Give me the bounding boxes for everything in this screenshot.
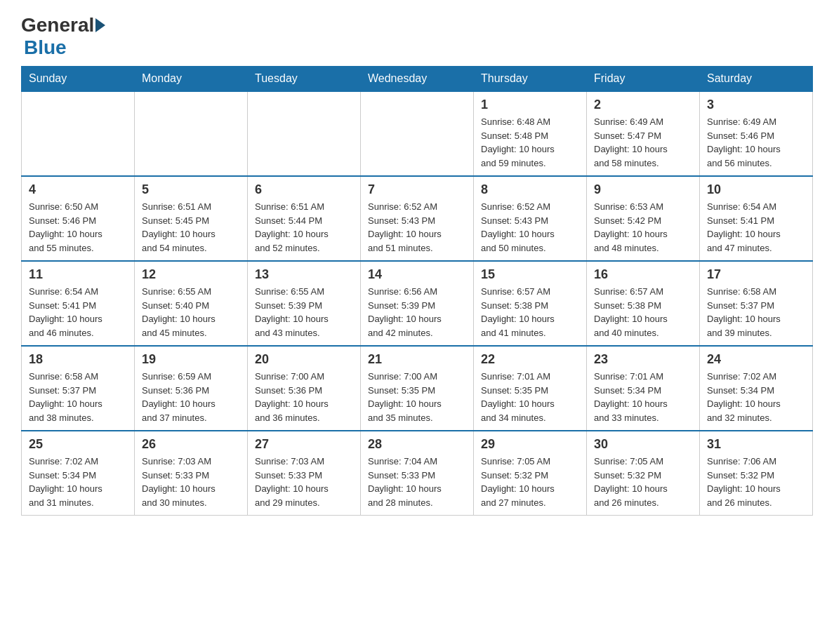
day-number: 9 (594, 182, 692, 197)
calendar-cell: 6Sunrise: 6:51 AMSunset: 5:44 PMDaylight… (248, 176, 361, 261)
day-number: 22 (481, 352, 579, 367)
day-number: 31 (707, 437, 805, 452)
day-number: 23 (594, 352, 692, 367)
calendar-cell: 5Sunrise: 6:51 AMSunset: 5:45 PMDaylight… (135, 176, 248, 261)
day-info: Sunrise: 7:03 AMSunset: 5:33 PMDaylight:… (255, 455, 353, 509)
calendar-table: SundayMondayTuesdayWednesdayThursdayFrid… (21, 66, 813, 516)
day-number: 11 (29, 267, 127, 282)
calendar-week-1: 1Sunrise: 6:48 AMSunset: 5:48 PMDaylight… (22, 91, 813, 176)
day-info: Sunrise: 6:58 AMSunset: 5:37 PMDaylight:… (707, 285, 805, 340)
calendar-cell: 9Sunrise: 6:53 AMSunset: 5:42 PMDaylight… (587, 176, 700, 261)
day-number: 14 (368, 267, 466, 282)
day-number: 15 (481, 267, 579, 282)
day-info: Sunrise: 6:55 AMSunset: 5:40 PMDaylight:… (142, 285, 240, 340)
day-number: 4 (29, 182, 127, 197)
day-info: Sunrise: 6:54 AMSunset: 5:41 PMDaylight:… (29, 285, 127, 340)
calendar-cell: 8Sunrise: 6:52 AMSunset: 5:43 PMDaylight… (474, 176, 587, 261)
calendar-cell: 29Sunrise: 7:05 AMSunset: 5:32 PMDayligh… (474, 431, 587, 516)
calendar-cell: 1Sunrise: 6:48 AMSunset: 5:48 PMDaylight… (474, 91, 587, 176)
calendar-cell: 19Sunrise: 6:59 AMSunset: 5:36 PMDayligh… (135, 346, 248, 431)
calendar-cell: 7Sunrise: 6:52 AMSunset: 5:43 PMDaylight… (361, 176, 474, 261)
day-number: 27 (255, 437, 353, 452)
day-info: Sunrise: 6:50 AMSunset: 5:46 PMDaylight:… (29, 200, 127, 255)
calendar-cell: 23Sunrise: 7:01 AMSunset: 5:34 PMDayligh… (587, 346, 700, 431)
day-number: 29 (481, 437, 579, 452)
logo-blue-text: Blue (24, 36, 67, 58)
calendar-cell: 21Sunrise: 7:00 AMSunset: 5:35 PMDayligh… (361, 346, 474, 431)
day-info: Sunrise: 6:55 AMSunset: 5:39 PMDaylight:… (255, 285, 353, 340)
calendar-cell: 16Sunrise: 6:57 AMSunset: 5:38 PMDayligh… (587, 261, 700, 346)
calendar-week-3: 11Sunrise: 6:54 AMSunset: 5:41 PMDayligh… (22, 261, 813, 346)
day-number: 18 (29, 352, 127, 367)
day-info: Sunrise: 7:03 AMSunset: 5:33 PMDaylight:… (142, 455, 240, 509)
day-info: Sunrise: 7:02 AMSunset: 5:34 PMDaylight:… (707, 370, 805, 424)
calendar-cell (135, 91, 248, 176)
day-number: 24 (707, 352, 805, 367)
calendar-week-4: 18Sunrise: 6:58 AMSunset: 5:37 PMDayligh… (22, 346, 813, 431)
day-number: 21 (368, 352, 466, 367)
day-number: 13 (255, 267, 353, 282)
calendar-cell: 14Sunrise: 6:56 AMSunset: 5:39 PMDayligh… (361, 261, 474, 346)
day-number: 25 (29, 437, 127, 452)
day-info: Sunrise: 7:04 AMSunset: 5:33 PMDaylight:… (368, 455, 466, 509)
calendar-cell: 3Sunrise: 6:49 AMSunset: 5:46 PMDaylight… (700, 91, 813, 176)
calendar-cell: 13Sunrise: 6:55 AMSunset: 5:39 PMDayligh… (248, 261, 361, 346)
day-info: Sunrise: 6:49 AMSunset: 5:46 PMDaylight:… (707, 115, 805, 170)
calendar-cell: 18Sunrise: 6:58 AMSunset: 5:37 PMDayligh… (22, 346, 135, 431)
day-number: 10 (707, 182, 805, 197)
calendar-cell: 22Sunrise: 7:01 AMSunset: 5:35 PMDayligh… (474, 346, 587, 431)
day-info: Sunrise: 6:59 AMSunset: 5:36 PMDaylight:… (142, 370, 240, 424)
day-number: 26 (142, 437, 240, 452)
calendar-cell: 26Sunrise: 7:03 AMSunset: 5:33 PMDayligh… (135, 431, 248, 516)
page-header: General Blue (21, 14, 813, 59)
day-number: 5 (142, 182, 240, 197)
weekday-header-friday: Friday (587, 67, 700, 92)
calendar-cell: 15Sunrise: 6:57 AMSunset: 5:38 PMDayligh… (474, 261, 587, 346)
calendar-week-2: 4Sunrise: 6:50 AMSunset: 5:46 PMDaylight… (22, 176, 813, 261)
day-info: Sunrise: 6:56 AMSunset: 5:39 PMDaylight:… (368, 285, 466, 340)
day-info: Sunrise: 7:06 AMSunset: 5:32 PMDaylight:… (707, 455, 805, 509)
day-info: Sunrise: 7:01 AMSunset: 5:35 PMDaylight:… (481, 370, 579, 424)
day-info: Sunrise: 6:51 AMSunset: 5:44 PMDaylight:… (255, 200, 353, 255)
logo-arrow-icon (95, 18, 105, 32)
logo-general-text: General (21, 14, 94, 36)
day-number: 2 (594, 98, 692, 112)
day-info: Sunrise: 6:49 AMSunset: 5:47 PMDaylight:… (594, 115, 692, 170)
calendar-cell: 4Sunrise: 6:50 AMSunset: 5:46 PMDaylight… (22, 176, 135, 261)
day-info: Sunrise: 6:48 AMSunset: 5:48 PMDaylight:… (481, 115, 579, 170)
calendar-cell: 28Sunrise: 7:04 AMSunset: 5:33 PMDayligh… (361, 431, 474, 516)
day-info: Sunrise: 6:54 AMSunset: 5:41 PMDaylight:… (707, 200, 805, 255)
day-number: 16 (594, 267, 692, 282)
day-number: 12 (142, 267, 240, 282)
calendar-header-row: SundayMondayTuesdayWednesdayThursdayFrid… (22, 67, 813, 92)
weekday-header-tuesday: Tuesday (248, 67, 361, 92)
day-number: 28 (368, 437, 466, 452)
day-number: 3 (707, 98, 805, 112)
calendar-cell: 17Sunrise: 6:58 AMSunset: 5:37 PMDayligh… (700, 261, 813, 346)
day-info: Sunrise: 7:05 AMSunset: 5:32 PMDaylight:… (594, 455, 692, 509)
day-info: Sunrise: 6:52 AMSunset: 5:43 PMDaylight:… (481, 200, 579, 255)
calendar-cell: 10Sunrise: 6:54 AMSunset: 5:41 PMDayligh… (700, 176, 813, 261)
day-number: 8 (481, 182, 579, 197)
weekday-header-monday: Monday (135, 67, 248, 92)
weekday-header-thursday: Thursday (474, 67, 587, 92)
day-number: 17 (707, 267, 805, 282)
day-number: 20 (255, 352, 353, 367)
calendar-cell: 25Sunrise: 7:02 AMSunset: 5:34 PMDayligh… (22, 431, 135, 516)
weekday-header-wednesday: Wednesday (361, 67, 474, 92)
calendar-cell: 27Sunrise: 7:03 AMSunset: 5:33 PMDayligh… (248, 431, 361, 516)
calendar-cell: 11Sunrise: 6:54 AMSunset: 5:41 PMDayligh… (22, 261, 135, 346)
day-info: Sunrise: 6:57 AMSunset: 5:38 PMDaylight:… (481, 285, 579, 340)
weekday-header-sunday: Sunday (22, 67, 135, 92)
day-number: 7 (368, 182, 466, 197)
day-info: Sunrise: 7:01 AMSunset: 5:34 PMDaylight:… (594, 370, 692, 424)
day-info: Sunrise: 6:58 AMSunset: 5:37 PMDaylight:… (29, 370, 127, 424)
calendar-cell: 30Sunrise: 7:05 AMSunset: 5:32 PMDayligh… (587, 431, 700, 516)
day-info: Sunrise: 6:52 AMSunset: 5:43 PMDaylight:… (368, 200, 466, 255)
day-number: 6 (255, 182, 353, 197)
day-info: Sunrise: 6:57 AMSunset: 5:38 PMDaylight:… (594, 285, 692, 340)
day-info: Sunrise: 7:00 AMSunset: 5:35 PMDaylight:… (368, 370, 466, 424)
calendar-cell (361, 91, 474, 176)
day-info: Sunrise: 6:53 AMSunset: 5:42 PMDaylight:… (594, 200, 692, 255)
day-number: 19 (142, 352, 240, 367)
